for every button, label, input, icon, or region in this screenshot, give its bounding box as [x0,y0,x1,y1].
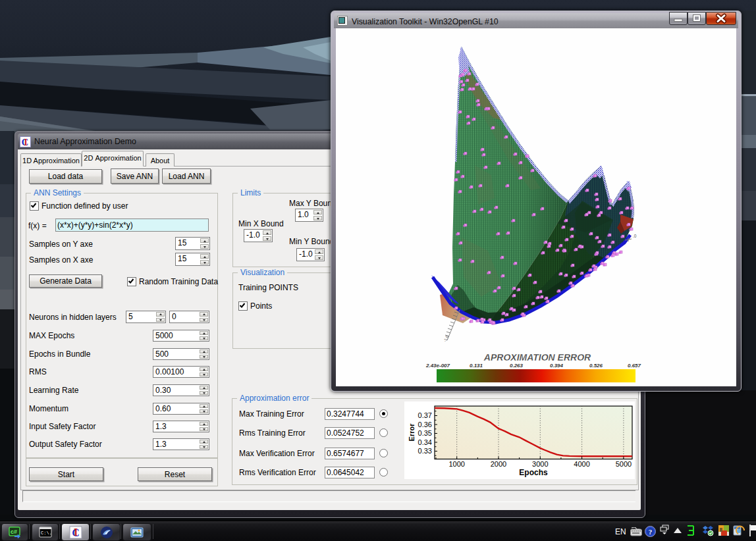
svg-text:0.131: 0.131 [470,363,483,369]
svg-text:Error: Error [408,423,416,442]
svg-text:0.33: 0.33 [418,447,432,455]
svg-text:0.526: 0.526 [589,363,603,369]
svg-text:5000: 5000 [616,460,632,468]
svg-text:2000: 2000 [491,460,506,468]
svg-text:0.394: 0.394 [550,363,564,369]
svg-text:?: ? [649,528,653,536]
svg-text:4000: 4000 [574,460,589,468]
svg-text:C:\.: C:\. [41,530,52,536]
svg-text:2.43e-007: 2.43e-007 [425,363,450,369]
svg-text:-1.0: -1.0 [443,334,449,343]
svg-text:0.37: 0.37 [418,411,432,419]
svg-text:.0: .0 [633,234,637,238]
svg-text:0.35: 0.35 [418,429,432,437]
svg-text:0.657: 0.657 [628,363,641,369]
svg-text:c#: c# [10,528,16,535]
svg-text:Epochs: Epochs [519,468,548,477]
svg-text:0.263: 0.263 [510,363,524,369]
svg-text:1000: 1000 [448,460,464,468]
svg-text:3000: 3000 [532,460,548,468]
svg-text:0.34: 0.34 [418,438,432,446]
svg-text:APROXIMATION ERROR: APROXIMATION ERROR [483,352,591,363]
svg-text:I: I [24,138,27,147]
svg-text:0.36: 0.36 [418,421,432,428]
svg-text:I: I [73,526,78,538]
